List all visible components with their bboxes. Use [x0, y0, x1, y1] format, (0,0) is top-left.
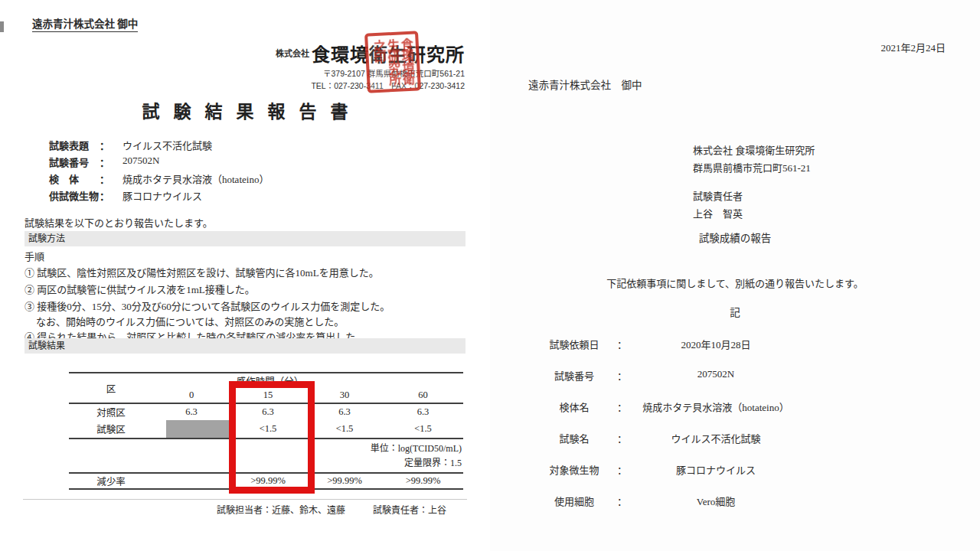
sender-address: 群馬県前橋市荒口町561-21 — [693, 159, 815, 177]
spacer — [693, 177, 815, 187]
time-col-0: 0 — [153, 388, 230, 403]
test-value-0-masked — [153, 420, 230, 439]
intro-sentence: 試験結果を以下のとおり報告いたします。 — [24, 215, 213, 230]
page-bottom-edge — [23, 499, 467, 500]
highlight-rectangle-15min-column — [229, 381, 315, 494]
field-label: 検 体 — [49, 171, 79, 186]
procedure-step-3: ③ 接種後0分、15分、30分及び60分について各試験区のウイルス力価を測定した… — [24, 298, 390, 313]
seal-text: 食環境衛生研究所之印 — [371, 38, 414, 86]
row-label: 試験区 — [69, 420, 153, 439]
field-value: 豚コロナウイルス — [122, 188, 202, 203]
report-page-right: 2021年2月24日 遠赤青汁株式会社 御中 株式会社 食環境衛生研究所 群馬県… — [490, 0, 980, 551]
report-heading: 試験成績の報告 — [490, 230, 980, 245]
scan-edge-artifact — [0, 21, 4, 32]
report-title: 試験結果報告書 — [0, 97, 490, 123]
report-page-left: 遠赤青汁株式会社 御中 株式会社食環境衛生研究所 〒379-2107 群馬県前橋… — [0, 0, 490, 551]
field-value: 207502N — [122, 155, 159, 167]
procedure-step-1: ① 試験区、陰性対照区及び陽性対照区を設け、試験管内に各10mLを用意した。 — [24, 265, 379, 279]
field-value: 2020年10月28日 — [601, 337, 831, 351]
redacted-value-block — [166, 420, 230, 438]
reduction-value-30: >99.99% — [306, 473, 383, 489]
control-value-60: 6.3 — [383, 403, 463, 420]
footer-staff-names: 試験担当者：近藤、鈴木、遠藤 — [217, 503, 345, 517]
sender-role: 試験責任者 — [693, 187, 815, 205]
field-label: 試験番号 — [49, 155, 89, 169]
procedure-title: 手順 — [24, 249, 44, 263]
sender-name: 株式会社 食環境衛生研究所 — [693, 142, 815, 159]
time-col-30: 30 — [306, 388, 383, 403]
row-label: 対照区 — [69, 403, 153, 420]
field-value: 焼成ホタテ貝水溶液（hotateino） — [122, 171, 269, 186]
report-body-line: 下記依頼事項に関しまして、別紙の通り報告いたします。 — [490, 276, 980, 290]
reduction-value-60: >99.99% — [383, 473, 463, 489]
field-value: Vero細胞 — [601, 494, 831, 508]
section-header-result: 試験結果 — [24, 338, 466, 354]
field-label: 供試微生物 — [49, 188, 99, 203]
procedure-step-3-note: なお、開始時のウイルス力価については、対照区のみの実施とした。 — [36, 314, 344, 328]
field-label: 試験表題 — [49, 138, 89, 152]
test-value-60: <1.5 — [383, 420, 463, 439]
footer-manager-name: 試験責任者：上谷 — [373, 503, 446, 517]
field-value: 207502N — [601, 368, 831, 380]
field-value: ウイルス不活化試験 — [122, 138, 212, 152]
test-value-30: <1.5 — [306, 420, 383, 439]
field-value: ウイルス不活化試験 — [601, 431, 831, 445]
field-colon: ： — [100, 171, 109, 186]
control-value-30: 6.3 — [306, 403, 383, 420]
ki-marker: 記 — [490, 304, 980, 319]
field-colon: ： — [100, 188, 109, 203]
company-seal-stamp-icon: 食環境衛生研究所之印 — [364, 31, 421, 93]
field-colon: ： — [100, 155, 109, 169]
lab-company-prefix: 株式会社 — [276, 49, 309, 58]
addressee-line: 遠赤青汁株式会社 御中 — [32, 15, 138, 32]
field-value: 豚コロナウイルス — [601, 462, 831, 477]
time-col-60: 60 — [383, 388, 463, 403]
sender-block: 株式会社 食環境衛生研究所 群馬県前橋市荒口町561-21 試験責任者 上谷 智… — [693, 142, 815, 223]
sender-person: 上谷 智英 — [693, 205, 815, 223]
field-value: 焼成ホタテ貝水溶液（hotateino） — [601, 399, 831, 414]
table-corner-label: 区 — [69, 373, 153, 403]
procedure-step-2: ② 両区の試験管に供試ウイルス液を1mL接種した。 — [24, 282, 255, 296]
row-label: 減少率 — [69, 473, 153, 489]
reduction-value-0 — [153, 473, 230, 489]
control-value-0: 6.3 — [153, 403, 230, 420]
addressee-line: 遠赤青汁株式会社 御中 — [528, 77, 642, 92]
field-colon: ： — [100, 138, 109, 152]
report-date: 2021年2月24日 — [880, 40, 946, 54]
section-header-method: 試験方法 — [24, 231, 466, 246]
